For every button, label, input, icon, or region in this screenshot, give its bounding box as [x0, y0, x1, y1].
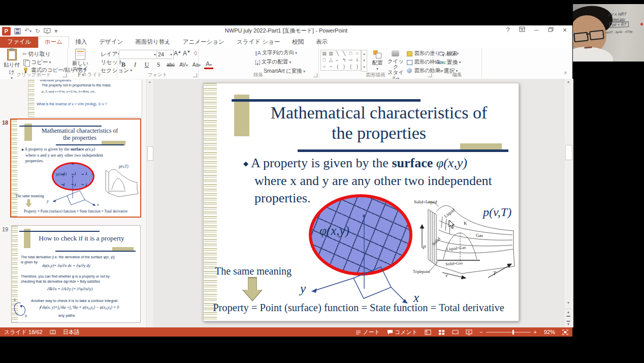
previous-slide-button[interactable]: ▲▬: [565, 309, 571, 317]
font-dialog-launcher[interactable]: [193, 73, 197, 77]
editor-scrollbar[interactable]: ▲ ▼ ▲▬ ▬▼: [564, 79, 573, 327]
body-line2: where x and y are any other two independ…: [254, 173, 492, 188]
justify-button[interactable]: [233, 60, 241, 68]
zoom-out-button[interactable]: −: [479, 329, 482, 335]
copy-button[interactable]: コピー▾: [22, 58, 51, 66]
shrink-font-button[interactable]: A▼: [182, 50, 191, 57]
shape-brace-right-icon[interactable]: }: [354, 64, 361, 70]
fit-to-window-button[interactable]: [562, 329, 568, 336]
bottom-statement[interactable]: Property = Point (surface) function = St…: [206, 302, 511, 314]
zoom-in-button[interactable]: +: [534, 329, 537, 335]
replace-button[interactable]: abac 置換▾: [438, 58, 461, 66]
numbering-button[interactable]: [212, 50, 219, 57]
align-center-button[interactable]: [212, 60, 219, 68]
thumbnail-scroll-up-icon[interactable]: ▲: [147, 79, 152, 84]
underline-button[interactable]: U: [142, 61, 151, 69]
shapes-gallery[interactable]: ▤ ▥ ╲ ╲ □ ○ □ △ ⌐ ↰ ⇨ ⇩ ☆ ~ ( ) { }: [320, 50, 361, 71]
font-name-combobox[interactable]: ▾: [119, 50, 157, 59]
slideshow-view-button[interactable]: [466, 329, 472, 336]
shape-elbow-icon[interactable]: ⌐: [334, 57, 341, 64]
thumbnail-slide-19[interactable]: How to check if it is a property The tot…: [11, 225, 141, 323]
shape-right-arrow-icon[interactable]: ⇨: [347, 57, 354, 64]
next-slide-button[interactable]: ▬▼: [565, 319, 571, 326]
arrange-button[interactable]: 配置 ▾: [369, 49, 385, 71]
font-size-combobox[interactable]: 24▾: [156, 50, 174, 59]
slide-title[interactable]: Mathematical characteristics of the prop…: [244, 103, 513, 143]
collapse-ribbon-button[interactable]: ∧: [564, 70, 567, 75]
editor-scrollbar-thumb[interactable]: [565, 145, 572, 160]
zoom-slider[interactable]: [486, 329, 531, 335]
tab-insert[interactable]: 挿入: [69, 37, 93, 48]
shape-star-icon[interactable]: ☆: [321, 64, 328, 70]
line-spacing-button[interactable]: [244, 50, 251, 57]
same-meaning-text[interactable]: The same meaning: [215, 265, 292, 277]
slide-canvas[interactable]: Mathematical characteristics of the prop…: [203, 83, 519, 321]
shape-connector-icon[interactable]: ↰: [341, 57, 347, 64]
shape-arrow-icon[interactable]: ╲: [341, 50, 347, 57]
bold-button[interactable]: B: [119, 61, 128, 69]
shape-oval-icon[interactable]: ○: [354, 50, 361, 57]
ribbon-display-options-button[interactable]: [517, 26, 528, 34]
align-right-button[interactable]: [222, 60, 230, 68]
zoom-level[interactable]: 92%: [544, 329, 555, 335]
normal-view-button[interactable]: [425, 329, 431, 336]
tab-slideshow[interactable]: スライド ショー: [231, 37, 286, 48]
slide-sorter-view-button[interactable]: [438, 329, 445, 336]
thumbnail-slide-17[interactable]: * Intensive properties: The property not…: [28, 80, 142, 117]
grow-font-button[interactable]: A▲: [173, 50, 182, 57]
zoom-slider-thumb[interactable]: [512, 330, 514, 335]
cut-button[interactable]: ✂ 切り取り: [22, 50, 51, 58]
find-button[interactable]: 検索: [438, 50, 458, 57]
slide-counter[interactable]: スライド 18/62: [4, 328, 43, 336]
distribute-button[interactable]: [244, 60, 251, 68]
shape-brace-left-icon[interactable]: {: [347, 64, 354, 70]
bullets-button[interactable]: [201, 50, 209, 57]
drawing-dialog-launcher[interactable]: [428, 73, 432, 77]
align-text-button[interactable]: [↕] 文字の配置▾: [255, 58, 291, 66]
shape-line-icon[interactable]: ╲: [334, 50, 341, 57]
tab-home[interactable]: ホーム: [38, 36, 69, 48]
scroll-up-icon[interactable]: ▲: [565, 80, 571, 83]
shape-down-arrow-icon[interactable]: ⇩: [354, 57, 361, 64]
thumbnail-scrollbar[interactable]: ▲: [146, 79, 153, 327]
shape-rectangle-icon[interactable]: □: [347, 50, 354, 57]
shape-textbox-icon[interactable]: ▤: [321, 50, 328, 57]
thumbnail-scrollbar-thumb[interactable]: [147, 146, 153, 161]
text-direction-button[interactable]: ∥A 文字列の方向▾: [255, 49, 297, 56]
reading-view-button[interactable]: [452, 329, 459, 336]
paragraph-dialog-launcher[interactable]: [313, 73, 317, 77]
shadow-button[interactable]: S: [154, 61, 163, 69]
tab-view[interactable]: 表示: [310, 37, 334, 48]
tab-transitions[interactable]: 画面切り替え: [129, 37, 177, 48]
comments-button[interactable]: コメント: [387, 328, 417, 336]
language-indicator[interactable]: 日本語: [63, 328, 80, 336]
shape-triangle-icon[interactable]: △: [328, 57, 334, 64]
minimize-button[interactable]: ─: [531, 26, 542, 34]
strikethrough-button[interactable]: abc: [166, 62, 176, 68]
clipboard-dialog-launcher[interactable]: [62, 73, 67, 77]
notes-button[interactable]: ノート: [356, 328, 380, 336]
shape-curve-icon[interactable]: ~: [328, 64, 334, 70]
shape-square-icon[interactable]: □: [321, 57, 328, 64]
pvt-diagram[interactable]: Solid+Liquid p(v,T) Liquid K Solid Gas L…: [413, 196, 517, 285]
shape-paren-right-icon[interactable]: ): [341, 64, 347, 70]
tab-design[interactable]: デザイン: [93, 37, 129, 48]
close-button[interactable]: ×: [559, 26, 570, 34]
shape-paren-left-icon[interactable]: (: [334, 64, 341, 70]
restore-button[interactable]: [545, 26, 556, 34]
char-spacing-button[interactable]: AV▾: [178, 62, 189, 68]
decrease-indent-button[interactable]: [222, 50, 230, 57]
thumbnail-slide-18[interactable]: Mathematical characteristics of the prop…: [10, 118, 141, 218]
shapes-gallery-scroll[interactable]: ▴▾▾: [361, 50, 367, 72]
tab-review[interactable]: 校閲: [286, 37, 310, 48]
scroll-down-icon[interactable]: ▼: [565, 301, 571, 305]
align-left-button[interactable]: [201, 60, 209, 68]
help-button[interactable]: ?: [502, 26, 513, 34]
shape-vtextbox-icon[interactable]: ▥: [328, 50, 334, 57]
increase-indent-button[interactable]: [233, 50, 241, 57]
tab-animations[interactable]: アニメーション: [177, 37, 231, 48]
tab-file[interactable]: ファイル: [0, 37, 38, 48]
italic-button[interactable]: I: [131, 61, 140, 69]
slide19-rule-bottom: [55, 251, 136, 252]
spellcheck-icon[interactable]: [50, 329, 56, 336]
